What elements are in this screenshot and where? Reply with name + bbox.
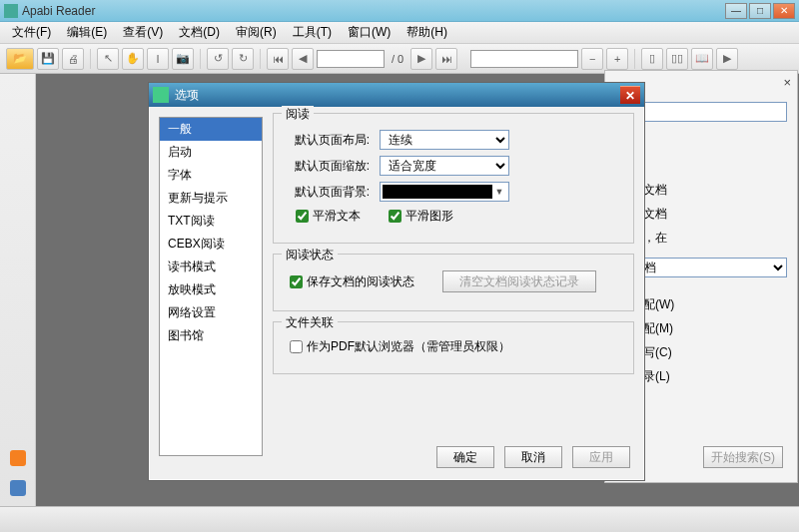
app-title: Apabi Reader (22, 4, 725, 18)
category-item[interactable]: 字体 (160, 164, 262, 187)
book-mode-button[interactable]: 📖 (691, 48, 713, 70)
menu-window[interactable]: 窗口(W) (342, 22, 397, 43)
minimize-button[interactable]: — (725, 3, 747, 19)
pointer-tool[interactable]: ↖ (97, 48, 119, 70)
menubar: 文件(F) 编辑(E) 查看(V) 文档(D) 审阅(R) 工具(T) 窗口(W… (0, 22, 799, 44)
label-zoom: 默认页面缩放: (286, 158, 370, 175)
window-buttons: — □ ✕ (725, 3, 795, 19)
group-file-assoc: 文件关联 作为PDF默认浏览器（需管理员权限） (273, 321, 634, 374)
page-number-input[interactable] (317, 50, 385, 68)
check-pdf-default[interactable]: 作为PDF默认浏览器（需管理员权限） (290, 338, 510, 355)
menu-file[interactable]: 文件(F) (6, 22, 57, 43)
menu-tools[interactable]: 工具(T) (287, 22, 338, 43)
clear-state-button[interactable]: 清空文档阅读状态记录 (442, 270, 596, 292)
open-button[interactable]: 📂 (6, 48, 34, 70)
hand-tool[interactable]: ✋ (122, 48, 144, 70)
print-button[interactable]: 🖨 (62, 48, 84, 70)
statusbar (0, 506, 799, 532)
zoom-combo[interactable] (470, 50, 578, 68)
group-reading: 阅读 默认页面布局: 连续 默认页面缩放: 适合宽度 默认页面背景: ▼ 平滑文… (273, 113, 634, 244)
text-select-tool[interactable]: I (147, 48, 169, 70)
save-button[interactable]: 💾 (37, 48, 59, 70)
category-item[interactable]: 一般 (160, 118, 262, 141)
separator (90, 49, 91, 69)
options-dialog: 选项 ✕ 一般启动字体更新与提示TXT阅读CEBX阅读读书模式放映模式网络设置图… (148, 82, 645, 481)
category-item[interactable]: 启动 (160, 141, 262, 164)
dialog-icon (153, 87, 169, 103)
cancel-button[interactable]: 取消 (504, 446, 562, 468)
last-page-button[interactable]: ⏭ (435, 48, 457, 70)
group-state-legend: 阅读状态 (282, 247, 338, 264)
side-strip (0, 74, 36, 506)
group-assoc-legend: 文件关联 (282, 314, 338, 331)
category-item[interactable]: TXT阅读 (160, 210, 262, 233)
zoom-out-button[interactable]: − (581, 48, 603, 70)
combo-zoom[interactable]: 适合宽度 (380, 156, 509, 176)
group-reading-legend: 阅读 (282, 106, 314, 123)
titlebar: Apabi Reader — □ ✕ (0, 0, 799, 22)
separator (260, 49, 261, 69)
category-list[interactable]: 一般启动字体更新与提示TXT阅读CEBX阅读读书模式放映模式网络设置图书馆 (159, 117, 263, 456)
category-item[interactable]: 图书馆 (160, 324, 262, 347)
snapshot-tool[interactable]: 📷 (172, 48, 194, 70)
menu-help[interactable]: 帮助(H) (400, 22, 453, 43)
start-search-button[interactable]: 开始搜索(S) (703, 446, 783, 468)
search-close-button[interactable]: × (783, 75, 791, 90)
label-layout: 默认页面布局: (286, 132, 370, 149)
menu-view[interactable]: 查看(V) (117, 22, 169, 43)
category-item[interactable]: 更新与提示 (160, 187, 262, 210)
menu-review[interactable]: 审阅(R) (230, 22, 283, 43)
check-smooth-text[interactable]: 平滑文本 (296, 208, 361, 225)
rotate-ccw-button[interactable]: ↺ (207, 48, 229, 70)
label-bg: 默认页面背景: (286, 184, 370, 201)
page-total-label: / 0 (392, 53, 403, 65)
slideshow-button[interactable]: ▶ (716, 48, 738, 70)
combo-bg-color[interactable]: ▼ (380, 182, 509, 202)
category-item[interactable]: 读书模式 (160, 256, 262, 278)
app-icon (4, 4, 18, 18)
rotate-cw-button[interactable]: ↻ (232, 48, 254, 70)
library-icon[interactable] (10, 480, 26, 496)
dialog-close-button[interactable]: ✕ (620, 86, 640, 104)
check-save-state[interactable]: 保存文档的阅读状态 (290, 273, 414, 290)
prev-page-button[interactable]: ◀ (292, 48, 314, 70)
category-item[interactable]: 放映模式 (160, 278, 262, 301)
check-smooth-graphics[interactable]: 平滑图形 (389, 208, 453, 225)
category-item[interactable]: 网络设置 (160, 301, 262, 324)
rss-icon[interactable] (10, 450, 26, 466)
dialog-title: 选项 (175, 87, 620, 104)
separator (200, 49, 201, 69)
facing-page-button[interactable]: ▯▯ (666, 48, 688, 70)
group-reading-state: 阅读状态 保存文档的阅读状态 清空文档阅读状态记录 (273, 254, 634, 311)
single-page-button[interactable]: ▯ (641, 48, 663, 70)
maximize-button[interactable]: □ (749, 3, 771, 19)
ok-button[interactable]: 确定 (436, 446, 494, 468)
close-button[interactable]: ✕ (773, 3, 795, 19)
separator (634, 49, 635, 69)
zoom-in-button[interactable]: + (606, 48, 628, 70)
next-page-button[interactable]: ▶ (410, 48, 432, 70)
dialog-titlebar: 选项 ✕ (149, 83, 644, 107)
apply-button[interactable]: 应用 (572, 446, 630, 468)
first-page-button[interactable]: ⏮ (267, 48, 289, 70)
category-item[interactable]: CEBX阅读 (160, 233, 262, 256)
menu-edit[interactable]: 编辑(E) (61, 22, 113, 43)
menu-document[interactable]: 文档(D) (173, 22, 226, 43)
combo-layout[interactable]: 连续 (380, 130, 509, 150)
dialog-actions: 确定 取消 应用 (436, 446, 630, 468)
